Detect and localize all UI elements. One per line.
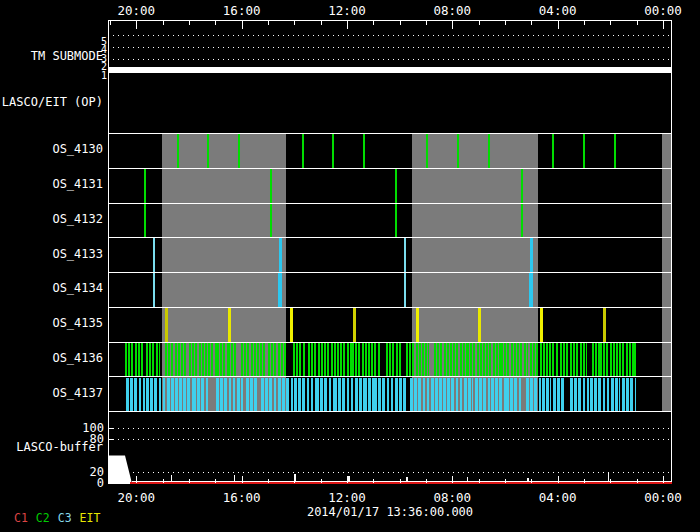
dense-bars [125,343,135,376]
event-line [426,134,428,168]
event-line [552,134,554,168]
legend: C1C2C3EIT [14,511,108,525]
x-tick-top [400,21,401,25]
event-line [144,204,146,238]
event-line [530,238,533,272]
x-axis-label-top: 08:00 [428,3,476,18]
dense-bars [364,378,374,411]
x-tick-bottom [294,479,295,483]
buffer-white-line [132,481,672,482]
buffer-spike [234,475,235,481]
x-tick-bottom [400,479,401,483]
dense-bars [491,378,506,411]
x-tick-top [136,21,137,29]
x-tick-bottom [189,479,190,483]
dense-bars [216,378,244,411]
buffer-spike [467,477,468,481]
x-tick-top [663,21,664,29]
legend-item-c1: C1 [14,511,28,525]
gray-block [162,204,286,238]
dense-bars [443,378,474,411]
panel-boundary [108,272,672,273]
x-axis-label-top: 16:00 [218,3,266,18]
x-tick-bottom [347,476,348,483]
x-tick-top [373,21,374,25]
x-tick-top [294,21,295,25]
x-axis-label-top: 20:00 [112,3,160,18]
dense-bars [553,378,566,411]
event-line [270,204,272,238]
dense-bars [278,378,293,411]
gray-block [412,273,538,307]
dense-bars [293,343,305,376]
x-tick-bottom [373,479,374,483]
event-line [614,134,616,168]
event-line [540,308,543,342]
dense-bars [268,343,287,376]
dense-bars [228,343,238,376]
panel-label: OS_4131 [0,177,103,192]
x-tick-bottom [531,479,532,483]
x-tick-bottom [321,479,322,483]
dense-bars [146,378,179,411]
x-tick-bottom [268,479,269,483]
x-tick-top [479,21,480,25]
x-tick-top [189,21,190,25]
dense-bars [506,378,522,411]
dense-bars [514,343,527,376]
buffer-spike [608,473,609,481]
x-tick-top [110,21,111,25]
submode-level-tick-label: 1 [94,70,107,82]
x-tick-top [610,21,611,25]
x-tick-bottom [610,479,611,483]
x-tick-bottom [426,479,427,483]
gray-block [162,134,286,168]
dense-bars [374,378,407,411]
level-dotted-line [108,35,672,36]
level-dotted-line [108,47,672,48]
dense-bars [179,378,193,411]
dense-bars [126,378,146,411]
x-axis-label-top: 12:00 [323,3,371,18]
event-line [457,134,459,168]
dense-bars [246,378,257,411]
event-line [395,169,397,203]
x-tick-bottom [110,479,111,483]
buffer-spike [527,478,528,481]
panel-boundary [108,342,672,343]
panel-boundary [108,376,672,377]
x-axis-label-top: 00:00 [639,3,687,18]
gray-block [412,169,538,203]
x-tick-bottom [215,479,216,483]
dense-bars [634,343,636,376]
dense-bars [542,378,550,411]
x-tick-top [215,21,216,25]
buffer-dotted-line [108,472,672,473]
legend-item-eit: EIT [80,511,101,525]
x-axis-label-top: 04:00 [534,3,582,18]
x-tick-top [505,21,506,25]
event-line [238,134,240,168]
x-tick-bottom [452,476,453,483]
dense-bars [530,343,559,376]
buffer-red-line [130,482,672,484]
panel-label: OS_4133 [0,247,103,262]
event-line [290,308,293,342]
panel-label: TM SUBMODE [0,49,103,64]
buffer-dotted-line [108,439,672,440]
x-axis-label-bottom: 04:00 [534,490,582,505]
x-tick-bottom [505,479,506,483]
event-line [521,204,523,238]
panel-label: LASCO-buffer [0,440,103,455]
event-line [353,308,356,342]
event-line [228,308,231,342]
dense-bars [241,343,265,376]
panel-boundary [108,307,672,308]
x-tick-bottom [558,476,559,483]
x-tick-bottom [584,479,585,483]
x-tick-top [242,21,243,29]
buffer-fill [108,455,132,483]
event-line [144,169,146,203]
dense-bars [570,378,590,411]
x-tick-top [426,21,427,25]
